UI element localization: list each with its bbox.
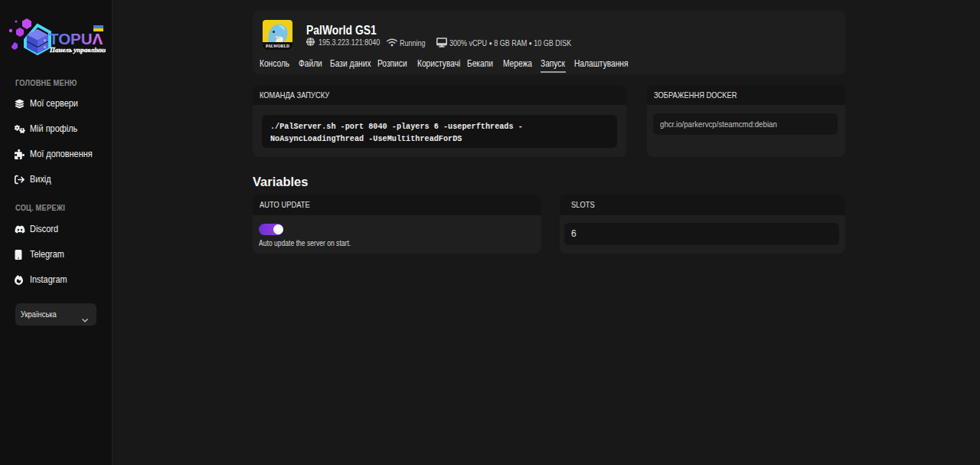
svg-text:TOPUΛ: TOPUΛ [49,30,103,47]
svg-text:Панель управління: Панель управління [49,46,106,54]
svg-text:PALWORLD: PALWORLD [266,44,290,48]
